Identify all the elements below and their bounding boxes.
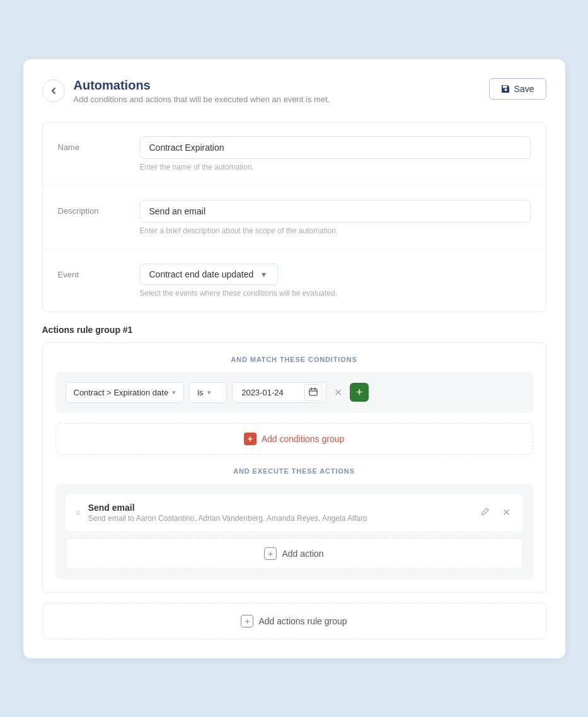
description-field: Enter a brief description about the scop… <box>140 200 531 235</box>
chevron-down-icon: ▾ <box>258 269 268 279</box>
add-action-button[interactable]: + Add action <box>66 538 523 569</box>
action-title: Send email <box>88 503 470 513</box>
condition-operator-value: is <box>197 388 203 397</box>
description-input[interactable] <box>140 200 531 223</box>
action-description: Send email to Aaron Costantino, Adrian V… <box>88 514 470 523</box>
actions-label: AND EXECUTE THESE ACTIONS <box>55 467 533 475</box>
edit-icon <box>480 507 490 516</box>
name-input[interactable] <box>140 136 531 159</box>
conditions-box: Contract > Expiration date ▾ is ▾ <box>55 372 533 413</box>
main-card: Automations Add conditions and actions t… <box>23 59 565 658</box>
actions-box: ≡ Send email Send email to Aaron Costant… <box>55 484 533 580</box>
back-icon <box>49 86 59 96</box>
description-row: Description Enter a brief description ab… <box>43 186 546 250</box>
save-icon <box>501 84 510 93</box>
event-field: Contract end date updated ▾ Select the e… <box>140 264 531 298</box>
chevron-down-icon: ▾ <box>172 388 176 397</box>
page-subtitle: Add conditions and actions that will be … <box>74 95 330 104</box>
back-button[interactable] <box>42 79 65 102</box>
condition-value-wrapper <box>232 382 326 403</box>
remove-action-button[interactable]: ✕ <box>500 504 513 521</box>
name-row: Name Enter the name of the automation. <box>43 122 546 186</box>
edit-action-button[interactable] <box>478 504 492 521</box>
description-hint: Enter a brief description about the scop… <box>140 226 531 235</box>
rule-group-card: AND MATCH THESE CONDITIONS Contract > Ex… <box>42 342 546 593</box>
add-action-label: Add action <box>282 549 323 559</box>
condition-operator-select[interactable]: is ▾ <box>189 382 227 403</box>
page-title: Automations <box>74 78 330 93</box>
rule-group-section: Actions rule group #1 AND MATCH THESE CO… <box>42 325 546 639</box>
add-conditions-label: Add conditions group <box>262 434 345 444</box>
action-item: ≡ Send email Send email to Aaron Costant… <box>66 494 523 532</box>
add-conditions-group-button[interactable]: + Add conditions group <box>55 423 533 455</box>
add-condition-button[interactable]: + <box>350 383 369 402</box>
header: Automations Add conditions and actions t… <box>42 78 546 104</box>
header-left: Automations Add conditions and actions t… <box>42 78 330 104</box>
form-card: Name Enter the name of the automation. D… <box>42 122 546 312</box>
name-field: Enter the name of the automation. <box>140 136 531 172</box>
condition-field-value: Contract > Expiration date <box>74 388 169 397</box>
name-label: Name <box>58 136 140 152</box>
description-label: Description <box>58 200 140 216</box>
condition-value-input[interactable] <box>239 383 302 402</box>
action-text: Send email Send email to Aaron Costantin… <box>88 503 470 523</box>
calendar-icon <box>309 387 318 396</box>
event-value: Contract end date updated <box>149 269 254 279</box>
save-button[interactable]: Save <box>489 78 546 100</box>
condition-row: Contract > Expiration date ▾ is ▾ <box>66 382 523 403</box>
svg-rect-0 <box>309 388 317 395</box>
add-rule-group-label: Add actions rule group <box>258 616 347 626</box>
event-dropdown[interactable]: Contract end date updated ▾ <box>140 264 279 285</box>
condition-field-select[interactable]: Contract > Expiration date ▾ <box>66 382 185 403</box>
event-hint: Select the events where these conditions… <box>140 289 531 298</box>
drag-handle-icon[interactable]: ≡ <box>76 508 81 518</box>
remove-condition-button[interactable]: ✕ <box>331 384 345 401</box>
event-row: Event Contract end date updated ▾ Select… <box>43 250 546 312</box>
add-conditions-icon: + <box>244 433 257 445</box>
conditions-label: AND MATCH THESE CONDITIONS <box>55 356 533 363</box>
event-label: Event <box>58 264 140 279</box>
add-action-icon: + <box>264 547 277 560</box>
rule-group-title: Actions rule group #1 <box>42 325 546 335</box>
name-hint: Enter the name of the automation. <box>140 163 531 172</box>
calendar-button[interactable] <box>304 384 322 401</box>
chevron-down-icon: ▾ <box>207 388 211 397</box>
save-label: Save <box>514 84 534 94</box>
add-rule-group-icon: + <box>241 615 253 627</box>
add-rule-group-button[interactable]: + Add actions rule group <box>42 603 546 639</box>
header-text: Automations Add conditions and actions t… <box>74 78 330 104</box>
